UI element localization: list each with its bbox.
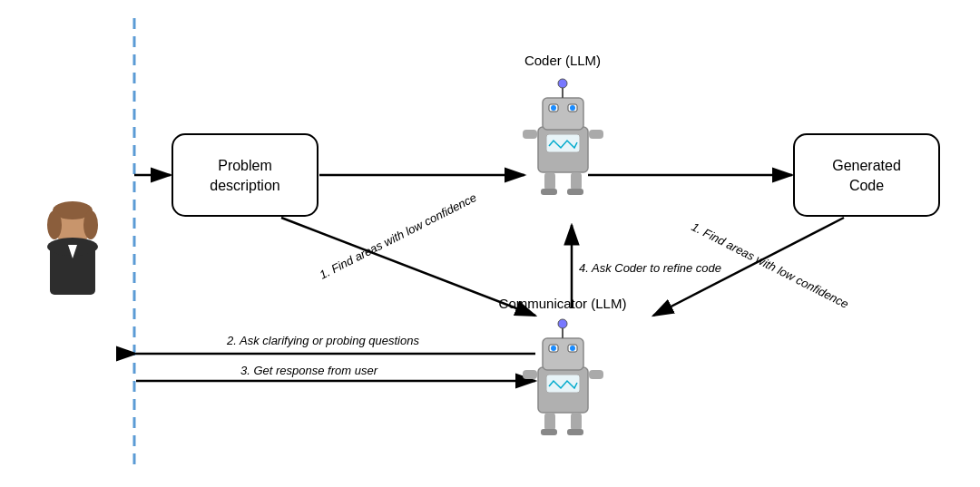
coder-robot-arm-right [589, 130, 603, 139]
comm-robot-foot-left [541, 429, 557, 435]
problem-description-box [172, 134, 318, 216]
comm-robot-arm-right [589, 370, 603, 379]
problem-description-text-line1: Problem [218, 158, 272, 173]
user-hair-right [83, 210, 98, 239]
label-ask-coder-refine: 4. Ask Coder to refine code [579, 261, 721, 275]
comm-robot-head [543, 338, 583, 370]
coder-robot-pupil-left [551, 105, 556, 111]
problem-description-text-line2: description [210, 178, 279, 193]
generated-code-text-line2: Code [849, 178, 884, 193]
coder-robot-antenna-ball [558, 79, 567, 88]
coder-robot-pupil-right [570, 105, 575, 111]
coder-robot-leg-right [571, 172, 582, 190]
diagram-svg: 1. Find areas with low confidence 1. Fin… [0, 0, 980, 487]
coder-robot-arm-left [523, 130, 537, 139]
coder-robot-head [543, 98, 583, 130]
coder-robot-foot-left [541, 189, 557, 195]
comm-robot-foot-right [567, 429, 583, 435]
coder-robot-leg-left [544, 172, 555, 190]
user-hair-left [47, 210, 62, 239]
generated-code-text-line1: Generated [832, 158, 901, 173]
generated-code-box [794, 134, 939, 216]
comm-robot-leg-left [544, 413, 555, 431]
comm-robot-pupil-right [570, 346, 575, 351]
label-ask-clarifying: 2. Ask clarifying or probing questions [226, 334, 419, 347]
coder-llm-label: Coder (LLM) [524, 53, 601, 68]
diagram: 1. Find areas with low confidence 1. Fin… [0, 0, 980, 487]
comm-robot-antenna-ball [558, 319, 567, 328]
coder-robot-foot-right [567, 189, 583, 195]
communicator-llm-label: Communicator (LLM) [499, 296, 627, 311]
comm-robot-leg-right [571, 413, 582, 431]
label-find-areas-1: 1. Find areas with low confidence [318, 190, 479, 282]
label-get-response: 3. Get response from user [240, 364, 378, 377]
comm-robot-pupil-left [551, 346, 556, 351]
comm-robot-arm-left [523, 370, 537, 379]
